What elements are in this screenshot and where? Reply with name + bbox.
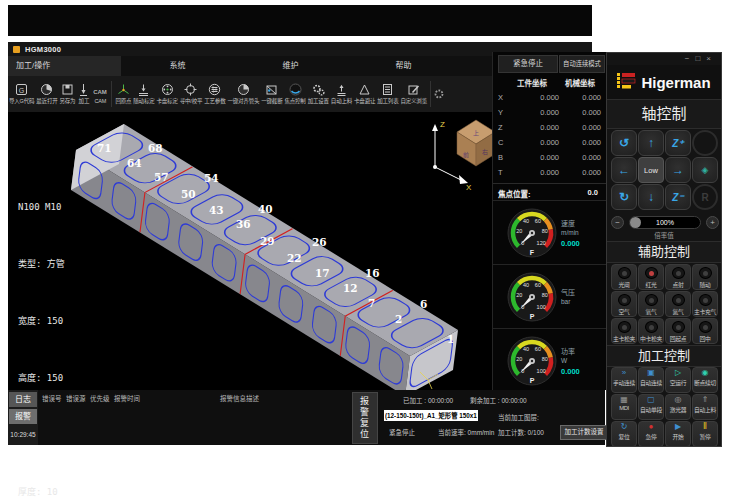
mdi-button[interactable]: ▦MDI — [611, 394, 637, 420]
alarm-reset-button[interactable]: 报警复位 — [352, 392, 378, 444]
tab-alarm[interactable]: 报警 — [9, 409, 37, 424]
aux-return-center-button[interactable]: 回中 — [692, 318, 718, 344]
cutoff-icon — [265, 83, 278, 96]
aux-red-light-button[interactable]: 红光 — [638, 264, 664, 290]
log-header-error-source: 错误源 — [66, 393, 86, 403]
machining-list-button[interactable]: 加工列表 — [376, 77, 399, 111]
estop-button[interactable]: ●急停 — [638, 421, 664, 447]
speed-gauge-unit: m/min — [561, 228, 580, 237]
chuck-avoidance-button[interactable]: 卡盘避让 — [353, 77, 376, 111]
svg-text:40: 40 — [523, 282, 529, 288]
manual-continuous-icon: » — [622, 368, 626, 377]
custom-edit-button[interactable]: 自定义浏览 — [399, 77, 428, 111]
z-minus-button[interactable]: Z⁻ — [665, 184, 691, 210]
override-minus-button[interactable]: − — [611, 216, 624, 229]
speed-gauge-value: 0.000 — [561, 239, 580, 248]
auto-feeding-button[interactable]: ⇑自动上料 — [692, 394, 718, 420]
menu-help[interactable]: 帮助 — [347, 56, 460, 76]
menu-system[interactable]: 系统 — [121, 56, 234, 76]
emergency-stop-indicator[interactable]: 紧急停止 — [498, 55, 558, 73]
speed-gauge: 0 20 40 60 80 120 F 速度 m/min 0.000 — [493, 200, 606, 265]
program-line: N100 M10 — [18, 198, 87, 217]
menu-machining-operate[interactable]: 加工/操作 — [8, 56, 121, 76]
current-file-field[interactable] — [384, 410, 478, 421]
jog-up-button[interactable]: ↑ — [638, 130, 664, 156]
auto-continuous-button[interactable]: ▣自动连续 — [638, 367, 664, 393]
maximize-button[interactable]: □ — [695, 54, 706, 63]
r-axis-disabled-button — [692, 130, 718, 156]
override-slider[interactable]: 100% — [629, 216, 701, 229]
view-cube[interactable]: 上 前 右 — [457, 120, 492, 166]
toolbar: G 导入G代码 最近打开 另存为 加工 CAM CAM 回原点 随动标定 — [8, 76, 492, 113]
chuck-calibration-button[interactable]: 卡盘标定 — [156, 77, 179, 111]
rotate-cw-button[interactable]: ↻ — [611, 184, 637, 210]
auto-single-block-button[interactable]: ▢自动单段 — [638, 394, 664, 420]
svg-text:16: 16 — [365, 267, 380, 279]
count-settings-button[interactable]: 加工计数设置 — [560, 425, 608, 440]
override-plus-button[interactable]: + — [706, 216, 719, 229]
cam-icon: CAM — [92, 84, 108, 97]
svg-text:64: 64 — [127, 157, 142, 169]
single-block-icon: ▢ — [647, 395, 655, 404]
z-plus-button[interactable]: Z⁺ — [665, 130, 691, 156]
cam-button[interactable]: CAM CAM — [91, 77, 109, 111]
breakpoint-resume-button[interactable]: ◉断点续切 — [692, 367, 718, 393]
low-speed-toggle[interactable]: Low — [638, 157, 664, 183]
svg-text:X: X — [466, 183, 472, 192]
bottom-status-strip: 日志 报警 10:29:45 错误号 错误源 优先级 报警时间 报警信息描述 报… — [8, 390, 605, 445]
machining-button[interactable]: 加工 — [76, 77, 91, 111]
pressure-gauge-dial: 0 20 40 60 80 100 P — [505, 270, 559, 324]
toolbar-separator — [111, 81, 112, 107]
manual-continuous-button[interactable]: »手动连续 — [611, 367, 637, 393]
process-params-button[interactable]: 工艺参数 — [203, 77, 226, 111]
tab-log[interactable]: 日志 — [9, 392, 37, 407]
power-gauge: 0 20 40 60 80 100 P 功率 W 0.000 — [493, 328, 606, 393]
start-icon: ▶ — [675, 422, 681, 431]
start-button[interactable]: ▶开始 — [665, 421, 691, 447]
recent-open-button[interactable]: 最近打开 — [35, 77, 58, 111]
centering-leveling-button[interactable]: 寻中/校平 — [179, 77, 204, 111]
rotate-ccw-button[interactable]: ↺ — [611, 130, 637, 156]
import-gcode-button[interactable]: G 导入G代码 — [8, 77, 35, 111]
svg-text:G: G — [19, 87, 24, 94]
minimize-button[interactable]: − — [685, 54, 696, 63]
nitrogen-icon — [672, 294, 685, 306]
jog-left-button[interactable]: ← — [611, 157, 637, 183]
auto-mode-indicator[interactable]: 自动连续模式 — [559, 55, 605, 73]
aux-oxygen-button[interactable]: 氧气 — [638, 291, 664, 317]
aux-return-start-button[interactable]: 回起点 — [665, 318, 691, 344]
svg-text:前: 前 — [463, 151, 469, 159]
pause-button[interactable]: Ⅱ暂停 — [692, 421, 718, 447]
dry-run-button[interactable]: ▷空运行 — [665, 367, 691, 393]
reset-button[interactable]: ↻复位 — [611, 421, 637, 447]
aux-main-chuck-release-button[interactable]: 主卡松夹 — [611, 318, 637, 344]
align-pipe-head-button[interactable]: 一键对齐管头 — [226, 77, 260, 111]
coord-row-z: Z0.0000.000 — [493, 123, 606, 138]
laser-icon: ◎ — [675, 395, 682, 404]
focus-control-button[interactable]: 焦点控制 — [283, 77, 306, 111]
one-key-cutoff-button[interactable]: 一键截断 — [260, 77, 283, 111]
follow-calibration-button[interactable]: 随动标定 — [132, 77, 155, 111]
coord-row-t: T0.0000.000 — [493, 168, 606, 183]
aux-spot-shot-button[interactable]: 点射 — [665, 264, 691, 290]
auto-loading-button[interactable]: 自动上料 — [330, 77, 353, 111]
follow-icon — [699, 267, 712, 279]
toolbar-gear-icon[interactable] — [433, 88, 445, 100]
axis-aux-button[interactable]: ◈ — [692, 157, 718, 183]
machining-settings-button[interactable]: 加工设置 — [307, 77, 330, 111]
jog-right-button[interactable]: → — [665, 157, 691, 183]
3d-viewport[interactable]: 71 68 64 57 54 50 43 40 36 29 26 22 17 1… — [8, 112, 492, 390]
save-as-button[interactable]: 另存为 — [58, 77, 76, 111]
aux-nitrogen-button[interactable]: 氮气 — [665, 291, 691, 317]
jog-down-button[interactable]: ↓ — [638, 184, 664, 210]
menu-maintenance[interactable]: 维护 — [234, 56, 347, 76]
estop-icon: ● — [649, 422, 654, 431]
aux-mid-chuck-release-button[interactable]: 中卡松夹 — [638, 318, 664, 344]
aux-shutter-button[interactable]: 光闸 — [611, 264, 637, 290]
home-origin-button[interactable]: 回原点 — [114, 77, 132, 111]
aux-air-button[interactable]: 空气 — [611, 291, 637, 317]
laser-button[interactable]: ◎激光器 — [665, 394, 691, 420]
close-button[interactable]: × — [706, 54, 717, 63]
aux-main-chuck-inflate-button[interactable]: 主卡充气 — [692, 291, 718, 317]
aux-follow-button[interactable]: 随动 — [692, 264, 718, 290]
